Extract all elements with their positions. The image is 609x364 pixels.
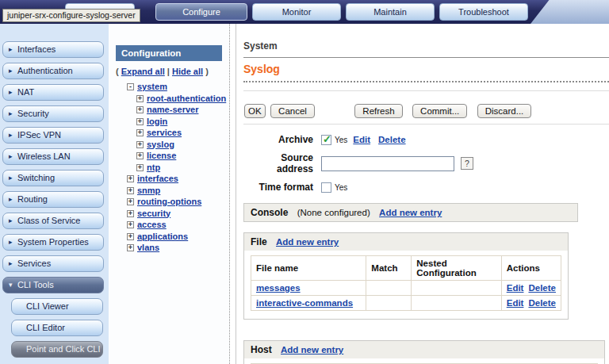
paren: ) [205, 67, 209, 76]
discard-button[interactable]: Discard... [477, 104, 532, 118]
sidebar-item-ipsec-vpn[interactable]: ▸IPSec VPN [2, 127, 104, 144]
source-address-input[interactable] [321, 156, 454, 171]
expand-icon[interactable]: + [127, 198, 134, 205]
breadcrumb: System [243, 40, 609, 52]
edit-link[interactable]: Edit [507, 298, 524, 308]
tree-row: +syslog [116, 139, 229, 151]
source-address-label: Source address [243, 152, 313, 174]
table-row: interactive-commands EditDelete [251, 296, 561, 311]
expand-icon[interactable]: + [127, 210, 134, 217]
tree-node-system[interactable]: system [137, 82, 167, 91]
sidebar-item-class-of-service[interactable]: ▸Class of Service [2, 213, 104, 229]
console-section-title: Console [251, 207, 288, 218]
chevron-right-icon: ▸ [9, 192, 13, 207]
sidebar-item-switching[interactable]: ▸Switching [2, 170, 104, 186]
expand-icon[interactable]: + [127, 244, 134, 251]
expand-all-link[interactable]: Expand all [121, 67, 165, 76]
time-format-checkbox[interactable] [321, 182, 331, 193]
archive-row: Archive Yes Edit Delete [243, 134, 609, 145]
sidebar-item-services[interactable]: ▸Services [2, 255, 104, 272]
commit-button[interactable]: Commit... [412, 104, 467, 118]
sidebar-item-interfaces[interactable]: ▸Interfaces [2, 41, 104, 58]
sidebar-item-routing[interactable]: ▸Routing [2, 191, 104, 208]
chevron-right-icon: ▸ [9, 85, 13, 100]
expand-icon[interactable]: + [136, 95, 144, 102]
expand-icon[interactable]: + [127, 221, 134, 228]
expand-icon[interactable]: + [136, 129, 144, 136]
archive-edit-link[interactable]: Edit [353, 135, 370, 144]
tab-monitor[interactable]: Monitor [252, 3, 341, 21]
tree-node-license[interactable]: license [147, 151, 176, 160]
tree-node-snmp[interactable]: snmp [137, 186, 160, 195]
refresh-button[interactable]: Refresh [354, 104, 402, 118]
file-add-new-entry-link[interactable]: Add new entry [276, 237, 339, 247]
tab-configure[interactable]: Configure [155, 3, 247, 21]
tree-node-login[interactable]: login [147, 117, 167, 126]
tab-troubleshoot[interactable]: Troubleshoot [439, 3, 528, 21]
configuration-tree-panel: Configuration ( Expand all | Hide all ) … [109, 24, 230, 364]
sidebar-item-label: IPSec VPN [17, 130, 61, 140]
tree-row: +interfaces [116, 173, 229, 185]
expand-icon[interactable]: + [127, 187, 134, 194]
sidebar-item-cli-tools[interactable]: ▾CLI Tools [2, 277, 104, 293]
ok-button[interactable]: OK [244, 104, 266, 118]
tree-node-ntp[interactable]: ntp [147, 163, 160, 172]
expand-icon[interactable]: + [127, 175, 134, 182]
help-button[interactable]: ? [461, 157, 473, 170]
tree-node-services[interactable]: services [147, 128, 182, 137]
collapse-icon[interactable]: - [127, 83, 134, 90]
tree-node-interfaces[interactable]: interfaces [137, 174, 178, 183]
delete-link[interactable]: Delete [528, 298, 556, 308]
delete-link[interactable]: Delete [528, 283, 556, 293]
file-section: File Add new entry File name Match Neste… [243, 232, 569, 320]
hide-all-link[interactable]: Hide all [172, 67, 203, 76]
sidebar-item-nat[interactable]: ▸NAT [2, 84, 104, 101]
tree-node-root-authentication[interactable]: root-authentication [147, 94, 226, 103]
tree-row: +access [116, 219, 229, 231]
tree-node-security[interactable]: security [137, 209, 170, 218]
archive-delete-link[interactable]: Delete [378, 135, 406, 144]
host-add-new-entry-link[interactable]: Add new entry [281, 345, 343, 354]
actions-header: Actions [501, 256, 561, 281]
sidebar-item-wireless-lan[interactable]: ▸Wireless LAN [2, 148, 104, 165]
sidebar-item-cli-viewer[interactable]: CLI Viewer [11, 298, 103, 315]
expand-icon[interactable]: + [136, 118, 144, 125]
tree-node-name-server[interactable]: name-server [147, 105, 198, 114]
expand-icon[interactable]: + [127, 233, 134, 240]
chevron-right-icon: ▸ [9, 235, 13, 250]
tree-node-syslog[interactable]: syslog [147, 140, 174, 149]
edit-link[interactable]: Edit [507, 283, 524, 293]
match-header: Match [366, 256, 412, 281]
chevron-right-icon: ▸ [9, 149, 13, 164]
tree-node-applications[interactable]: applications [137, 232, 188, 241]
file-interactive-commands-link[interactable]: interactive-commands [256, 298, 353, 308]
tree-node-access[interactable]: access [137, 220, 167, 229]
console-add-new-entry-link[interactable]: Add new entry [379, 208, 442, 217]
tree-row: +name-server [116, 104, 229, 116]
expand-icon[interactable]: + [136, 152, 144, 159]
url-tooltip: juniper-srx-configure-syslog-server [2, 9, 140, 22]
sidebar-item-system-properties[interactable]: ▸System Properties [2, 234, 104, 251]
divider [243, 57, 609, 58]
tab-maintain[interactable]: Maintain [346, 3, 435, 21]
archive-checkbox[interactable] [321, 135, 331, 145]
tree-node-vlans[interactable]: vlans [137, 243, 159, 252]
sidebar-item-label: Authentication [17, 66, 73, 75]
sidebar-item-cli-editor[interactable]: CLI Editor [11, 320, 103, 336]
sidebar-item-label: CLI Editor [26, 323, 65, 332]
expand-icon[interactable]: + [136, 106, 144, 113]
sidebar-item-security[interactable]: ▸Security [2, 105, 104, 122]
file-messages-link[interactable]: messages [256, 283, 301, 293]
cancel-button[interactable]: Cancel [270, 104, 315, 118]
match-cell [366, 281, 412, 296]
expand-icon[interactable]: + [136, 141, 144, 148]
sidebar-item-point-and-click-cli[interactable]: Point and Click CLI [11, 341, 103, 358]
tree-row: +license [116, 150, 229, 162]
expand-icon[interactable]: + [136, 164, 144, 171]
tree-row: +login [116, 116, 229, 128]
sidebar-item-authentication[interactable]: ▸Authentication [2, 63, 104, 79]
console-section: Console (None configured) Add new entry [243, 203, 578, 222]
nested-cell [412, 281, 501, 296]
tree-node-routing-options[interactable]: routing-options [137, 197, 201, 206]
paren: ( [116, 67, 119, 76]
